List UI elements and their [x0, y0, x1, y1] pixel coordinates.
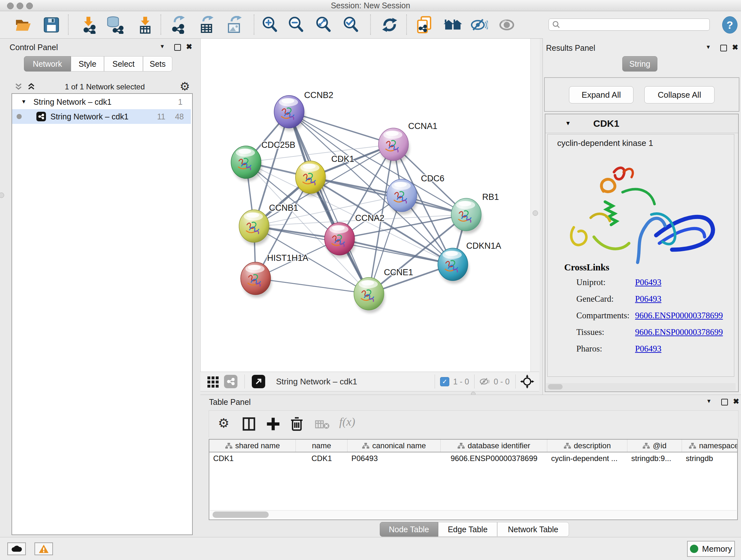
collapse-all-icon[interactable] — [15, 82, 22, 91]
search-box[interactable] — [549, 18, 710, 30]
graph-node-CCNB2[interactable] — [274, 96, 305, 131]
graph-node-CDKN1A[interactable] — [438, 248, 469, 284]
graph-node-CCNA2[interactable] — [325, 223, 355, 258]
graph-node-RB1[interactable] — [451, 198, 482, 234]
zoom-selected-icon[interactable] — [341, 16, 360, 34]
delete-column-icon[interactable] — [290, 416, 304, 432]
table-cell[interactable]: stringdb:9... — [627, 452, 682, 464]
export-table-icon[interactable] — [197, 16, 216, 34]
column-header-canonical-name[interactable]: canonical name — [347, 440, 441, 452]
column-header-name[interactable]: name — [296, 440, 347, 452]
search-input[interactable] — [560, 20, 699, 29]
column-header-namespace[interactable]: namespace — [682, 440, 738, 452]
table-cell[interactable]: P06493 — [347, 452, 441, 464]
graph-node-CCNE1[interactable] — [354, 277, 385, 313]
hide-selected-eye-icon[interactable] — [469, 16, 489, 34]
graph-edge-CCNB2-CCNE1[interactable] — [289, 112, 369, 294]
table-cell[interactable]: cyclin-dependent ... — [547, 452, 627, 464]
table-hscrollbar[interactable] — [210, 510, 737, 519]
table-cell[interactable]: CDK1 — [296, 452, 347, 464]
table-settings-gear-icon[interactable]: ⚙ — [218, 416, 229, 430]
tab-style[interactable]: Style — [71, 56, 104, 71]
panel-close-icon[interactable]: ✖ — [733, 397, 739, 406]
zoom-fit-icon[interactable] — [313, 16, 333, 34]
tab-string[interactable]: String — [622, 56, 657, 71]
expand-all-icon[interactable] — [27, 82, 35, 91]
graph-edge-CCNE1-HIST1H1A[interactable] — [256, 278, 369, 294]
export-image-icon[interactable] — [224, 16, 244, 34]
home-networks-icon[interactable] — [443, 16, 463, 34]
table-cell[interactable]: stringdb — [682, 452, 738, 464]
column-selector-icon[interactable] — [242, 417, 256, 431]
graph-node-CDC25B[interactable] — [231, 146, 262, 181]
grid-view-icon[interactable] — [207, 375, 219, 388]
panel-menu-icon[interactable]: ▼ — [706, 398, 712, 405]
column-header-database-identifier[interactable]: database identifier — [441, 440, 547, 452]
panel-close-icon[interactable]: ✖ — [732, 43, 738, 52]
tab-node-table[interactable]: Node Table — [380, 522, 438, 537]
export-network-icon[interactable] — [168, 16, 188, 34]
table-row[interactable]: CDK1CDK1P064939606.ENSP00000378699cyclin… — [209, 452, 737, 464]
column-header-description[interactable]: description — [547, 440, 627, 452]
results-hscrollbar[interactable] — [546, 383, 736, 391]
tab-network[interactable]: Network — [24, 56, 71, 71]
network-options-gear-icon[interactable]: ⚙ — [180, 80, 190, 93]
table-body[interactable]: CDK1CDK1P064939606.ENSP00000378699cyclin… — [209, 452, 737, 464]
add-column-icon[interactable] — [266, 417, 280, 431]
graph-node-CCNA1[interactable] — [379, 128, 409, 164]
collapse-arrow-icon[interactable]: ▼ — [565, 120, 571, 127]
tab-sets[interactable]: Sets — [143, 56, 172, 71]
graph-edge-CCNA2-CDKN1A[interactable] — [340, 239, 453, 264]
splitter-handle[interactable] — [533, 210, 538, 216]
table-header-row[interactable]: shared namenamecanonical namedatabase id… — [209, 440, 737, 452]
memory-button[interactable]: Memory — [687, 541, 735, 557]
save-session-icon[interactable] — [42, 16, 61, 34]
panel-close-icon[interactable]: ✖ — [186, 43, 192, 51]
network-row-selected[interactable]: String Network – cdk1 11 48 — [12, 109, 191, 124]
fit-selected-crosshair-icon[interactable] — [520, 374, 534, 388]
graph-node-HIST1H1A[interactable] — [241, 262, 272, 298]
crosslink-link[interactable]: P06493 — [635, 294, 662, 304]
birds-eye-view-icon[interactable] — [252, 375, 265, 388]
table-cell[interactable]: CDK1 — [209, 452, 296, 464]
refresh-icon[interactable] — [380, 16, 400, 34]
import-network-icon[interactable] — [78, 16, 98, 34]
panel-float-icon[interactable] — [721, 399, 728, 406]
network-canvas[interactable]: CCNB2CCNA1CDC25BCDK1CDC6RB1CCNB1CCNA2CDK… — [200, 39, 531, 372]
network-collection-row[interactable]: ▼ String Network – cdk1 1 — [12, 95, 191, 109]
table-cell[interactable]: 9606.ENSP00000378699 — [441, 452, 547, 464]
crosslink-link[interactable]: 9606.ENSP00000378699 — [635, 327, 723, 337]
panel-float-icon[interactable] — [174, 44, 181, 51]
collapse-all-button[interactable]: Collapse All — [644, 86, 715, 104]
graph-node-CDK1[interactable] — [295, 161, 327, 196]
graph-node-CDC6[interactable] — [387, 179, 418, 214]
crosslink-link[interactable]: 9606.ENSP00000378699 — [635, 311, 723, 320]
tree-expand-icon[interactable]: ▼ — [21, 99, 26, 105]
graph-node-CCNB1[interactable] — [239, 210, 270, 245]
scrollbar-thumb[interactable] — [212, 511, 269, 518]
tab-select[interactable]: Select — [104, 56, 143, 71]
panel-menu-icon[interactable]: ▼ — [705, 44, 711, 51]
show-hidden-eye-icon[interactable] — [497, 16, 517, 34]
zoom-out-icon[interactable] — [286, 16, 306, 34]
import-network-from-database-icon[interactable] — [105, 16, 125, 34]
cloud-status-button[interactable] — [7, 543, 26, 555]
panel-float-icon[interactable] — [720, 45, 727, 51]
expand-all-button[interactable]: Expand All — [569, 86, 633, 104]
tab-network-table[interactable]: Network Table — [497, 522, 569, 537]
warnings-button[interactable] — [35, 543, 53, 555]
string-documents-icon[interactable] — [415, 16, 434, 34]
open-session-icon[interactable] — [13, 16, 33, 34]
help-button[interactable]: ? — [722, 16, 738, 34]
zoom-in-icon[interactable] — [260, 16, 280, 34]
column-header--id[interactable]: @id — [627, 440, 682, 452]
tab-edge-table[interactable]: Edge Table — [438, 522, 497, 537]
scrollbar-thumb[interactable] — [548, 384, 562, 389]
crosslink-link[interactable]: P06493 — [635, 344, 662, 354]
network-share-view-icon[interactable] — [224, 375, 238, 388]
selected-checkbox-icon[interactable]: ✓ — [440, 377, 449, 386]
panel-menu-icon[interactable]: ▼ — [159, 44, 165, 50]
import-table-icon[interactable] — [135, 16, 155, 34]
crosslink-link[interactable]: P06493 — [635, 277, 662, 287]
protein-card-header[interactable]: ▼ CDK1 — [545, 114, 738, 133]
